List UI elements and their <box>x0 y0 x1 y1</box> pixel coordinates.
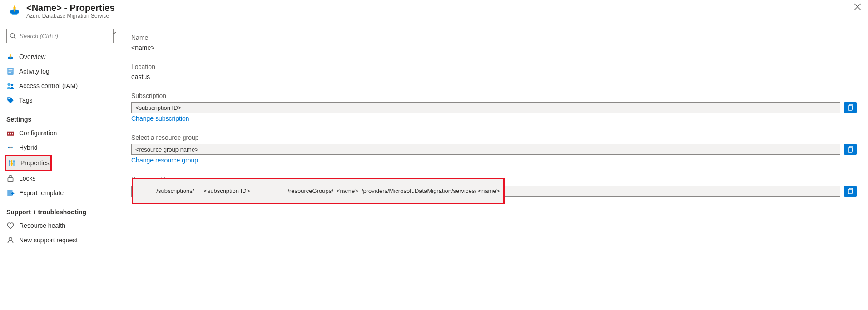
highlighted-nav-properties: Properties <box>5 155 52 171</box>
field-resource-group: Select a resource group <resource group … <box>131 134 857 164</box>
svg-rect-17 <box>8 133 9 135</box>
configuration-icon <box>6 129 15 137</box>
search-input[interactable] <box>19 32 110 40</box>
header-text: <Name> - Properties Azure Database Migra… <box>26 3 115 19</box>
field-subscription: Subscription <subscription ID> Change su… <box>131 92 857 122</box>
value-resource-id-container[interactable]: /subscriptions/ <subscription ID> /resou… <box>131 186 840 197</box>
value-resource-group[interactable]: <resource group name> <box>131 144 840 155</box>
support-request-icon <box>6 236 15 244</box>
nav-tags[interactable]: Tags <box>0 93 120 108</box>
svg-rect-29 <box>8 178 13 182</box>
search-input-container[interactable] <box>6 29 114 43</box>
properties-icon <box>8 159 16 167</box>
label-name: Name <box>131 34 857 41</box>
nav-resource-health[interactable]: Resource health <box>0 218 120 233</box>
copy-resource-id-button[interactable] <box>844 186 857 197</box>
overview-icon <box>6 53 15 61</box>
export-template-icon <box>6 189 15 197</box>
collapse-sidebar-icon[interactable]: « <box>113 30 116 36</box>
nav-configuration[interactable]: Configuration <box>0 126 120 140</box>
nav-new-support-request[interactable]: New support request <box>0 233 120 247</box>
blade-header: <Name> - Properties Azure Database Migra… <box>0 0 868 24</box>
nav-overview[interactable]: Overview <box>0 49 120 64</box>
svg-rect-33 <box>848 148 852 152</box>
change-resource-group-link[interactable]: Change resource group <box>131 157 198 164</box>
resource-health-icon <box>6 221 15 230</box>
nav-activity-log[interactable]: Activity log <box>0 64 120 79</box>
nav-label: Hybrid <box>19 144 37 151</box>
section-settings: Settings <box>0 108 120 126</box>
page-title: <Name> - Properties <box>26 3 115 13</box>
nav-hybrid[interactable]: Hybrid <box>0 140 120 155</box>
nav-access-control[interactable]: Access control (IAM) <box>0 79 120 93</box>
nav-label: Configuration <box>19 129 57 137</box>
nav-label: Export template <box>19 189 64 197</box>
value-name: <name> <box>131 44 857 51</box>
svg-point-14 <box>11 84 14 86</box>
nav-label: New support request <box>19 236 78 244</box>
field-location: Location eastus <box>131 63 857 80</box>
svg-rect-24 <box>11 160 12 166</box>
svg-point-15 <box>8 98 10 99</box>
label-resource-group: Select a resource group <box>131 134 857 141</box>
nav-label: Tags <box>19 97 33 104</box>
search-icon <box>10 33 16 39</box>
copy-icon <box>847 104 854 111</box>
nav-label: Activity log <box>19 68 50 75</box>
svg-rect-30 <box>7 190 12 196</box>
svg-rect-25 <box>13 160 14 166</box>
svg-rect-23 <box>9 160 10 166</box>
activity-log-icon <box>6 67 15 75</box>
nav-label: Properties <box>20 159 50 167</box>
svg-rect-12 <box>9 72 11 73</box>
svg-rect-32 <box>848 106 852 110</box>
svg-rect-11 <box>9 71 13 71</box>
locks-icon <box>6 174 15 182</box>
svg-rect-26 <box>9 162 11 162</box>
nav-label: Overview <box>19 53 45 60</box>
access-control-icon <box>6 82 15 90</box>
service-logo-icon <box>8 4 21 16</box>
main-content: Name <name> Location eastus Subscription… <box>120 24 868 310</box>
nav-properties[interactable]: Properties <box>6 156 50 170</box>
section-support: Support + troubleshooting <box>0 200 120 218</box>
label-subscription: Subscription <box>131 92 857 99</box>
value-subscription[interactable]: <subscription ID> <box>131 102 840 113</box>
nav-label: Resource health <box>19 222 65 229</box>
svg-line-6 <box>14 37 16 39</box>
value-resource-id: /subscriptions/ <subscription ID> /resou… <box>153 186 503 196</box>
page-subtitle: Azure Database Migration Service <box>26 13 115 19</box>
copy-icon <box>847 146 854 153</box>
tags-icon <box>6 96 15 104</box>
hybrid-icon <box>6 143 15 152</box>
nav-label: Locks <box>19 175 36 182</box>
field-resource-id: Resource Id /subscriptions/ <subscriptio… <box>131 176 857 197</box>
svg-point-31 <box>9 237 12 241</box>
svg-rect-10 <box>9 69 13 70</box>
svg-rect-18 <box>10 133 11 135</box>
svg-point-2 <box>10 8 13 10</box>
change-subscription-link[interactable]: Change subscription <box>131 115 189 122</box>
copy-subscription-button[interactable] <box>844 102 857 113</box>
value-location: eastus <box>131 73 857 80</box>
svg-rect-28 <box>13 161 15 162</box>
nav-label: Access control (IAM) <box>19 82 78 89</box>
close-button[interactable] <box>853 3 862 11</box>
copy-icon <box>847 187 854 195</box>
label-location: Location <box>131 63 857 70</box>
svg-point-5 <box>10 34 15 38</box>
nav-locks[interactable]: Locks <box>0 171 120 186</box>
nav-export-template[interactable]: Export template <box>0 186 120 200</box>
copy-resource-group-button[interactable] <box>844 144 857 155</box>
highlighted-resource-id: /subscriptions/ <subscription ID> /resou… <box>132 178 505 204</box>
field-name: Name <name> <box>131 34 857 51</box>
sidebar: « Overview Activity log A <box>0 24 120 310</box>
svg-rect-34 <box>848 189 852 194</box>
svg-point-13 <box>7 83 10 86</box>
svg-rect-19 <box>12 133 13 135</box>
svg-rect-27 <box>11 163 13 164</box>
